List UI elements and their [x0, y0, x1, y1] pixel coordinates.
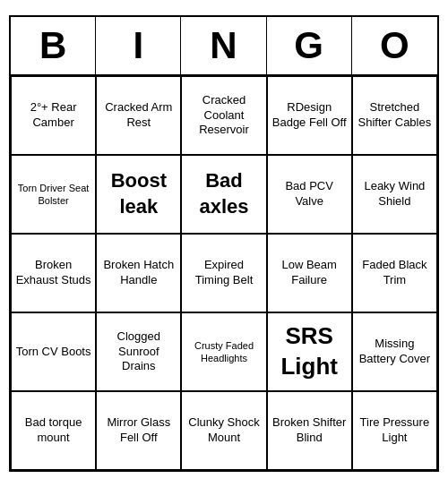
- bingo-cell-14: Faded Black Trim: [352, 234, 437, 312]
- bingo-cell-23: Broken Shifter Blind: [267, 391, 352, 470]
- bingo-cell-19: Missing Battery Cover: [352, 312, 437, 391]
- bingo-cell-3: RDesign Badge Fell Off: [267, 76, 352, 155]
- bingo-letter-o: O: [352, 17, 437, 74]
- bingo-cell-13: Low Beam Failure: [267, 234, 352, 312]
- bingo-letter-b: B: [11, 17, 96, 74]
- bingo-cell-22: Clunky Shock Mount: [181, 391, 266, 470]
- bingo-cell-1: Cracked Arm Rest: [96, 76, 181, 155]
- bingo-letter-i: I: [96, 17, 181, 74]
- bingo-cell-0: 2°+ Rear Camber: [11, 76, 96, 155]
- bingo-letter-g: G: [267, 17, 352, 74]
- bingo-cell-7: Bad axles: [181, 155, 266, 234]
- bingo-cell-9: Leaky Wind Shield: [352, 155, 437, 234]
- bingo-card: BINGO 2°+ Rear CamberCracked Arm RestCra…: [9, 15, 439, 472]
- bingo-cell-18: SRS Light: [267, 312, 352, 391]
- bingo-cell-12: Expired Timing Belt: [181, 234, 266, 312]
- bingo-cell-16: Clogged Sunroof Drains: [96, 312, 181, 391]
- bingo-cell-5: Torn Driver Seat Bolster: [11, 155, 96, 234]
- bingo-cell-20: Bad torque mount: [11, 391, 96, 470]
- bingo-cell-24: Tire Pressure Light: [352, 391, 437, 470]
- bingo-cell-21: Mirror Glass Fell Off: [96, 391, 181, 470]
- bingo-cell-10: Broken Exhaust Studs: [11, 234, 96, 312]
- bingo-cell-6: Boost leak: [96, 155, 181, 234]
- bingo-header: BINGO: [11, 17, 437, 76]
- bingo-cell-15: Torn CV Boots: [11, 312, 96, 391]
- bingo-cell-2: Cracked Coolant Reservoir: [181, 76, 266, 155]
- bingo-cell-17: Crusty Faded Headlights: [181, 312, 266, 391]
- bingo-letter-n: N: [181, 17, 266, 74]
- bingo-cell-8: Bad PCV Valve: [267, 155, 352, 234]
- bingo-grid: 2°+ Rear CamberCracked Arm RestCracked C…: [11, 76, 437, 470]
- bingo-cell-4: Stretched Shifter Cables: [352, 76, 437, 155]
- bingo-cell-11: Broken Hatch Handle: [96, 234, 181, 312]
